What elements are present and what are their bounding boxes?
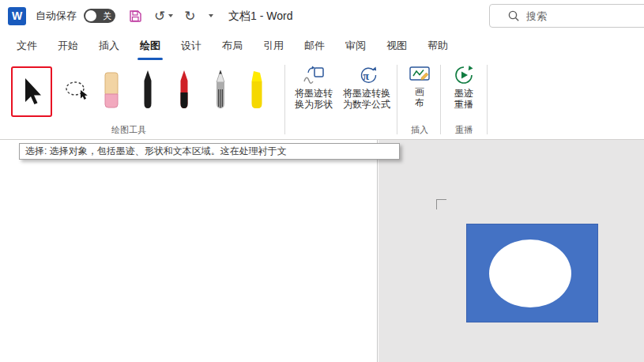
convert-ink-to-math-button[interactable]: π 将墨迹转换 为数学公式: [340, 65, 394, 119]
convert-math-label-line2: 为数学公式: [343, 99, 390, 110]
autosave-label: 自动保存: [36, 9, 77, 23]
search-icon: [507, 9, 520, 22]
redo-button[interactable]: ↻: [184, 9, 195, 23]
convert-shape-icon: [302, 65, 326, 85]
ribbon-tab-bar: 文件 开始 插入 绘图 设计 布局 引用 邮件 审阅 视图 帮助: [0, 32, 644, 60]
tab-review[interactable]: 审阅: [335, 32, 376, 60]
document-area: [0, 140, 644, 362]
canvas-label-line1: 画: [415, 86, 424, 97]
group-label-replay: 重播: [444, 124, 484, 136]
select-tool-tooltip: 选择: 选择对象，包括墨迹、形状和文本区域。这在处理衬于文: [19, 143, 400, 160]
pen-red-icon: [174, 69, 194, 111]
quick-access-chevron-icon[interactable]: [209, 14, 213, 17]
pencil-tool-button[interactable]: [204, 66, 237, 117]
convert-math-icon: π: [355, 65, 378, 85]
eraser-tool-button[interactable]: [95, 66, 128, 117]
corner-crop-mark: [436, 199, 446, 209]
save-icon: [128, 9, 142, 23]
group-label-draw-tools: 绘图工具: [92, 124, 166, 136]
lasso-icon: [64, 80, 89, 104]
rectangle-shape[interactable]: [466, 224, 598, 322]
ink-replay-button[interactable]: 墨迹 重播: [444, 65, 484, 119]
eraser-icon: [101, 69, 122, 111]
tab-references[interactable]: 引用: [253, 32, 294, 60]
document-page[interactable]: [0, 140, 378, 362]
tab-file[interactable]: 文件: [6, 32, 47, 60]
word-window: W 自动保存 关 ↺ ↻ 文档1 - Word 文件 开始: [0, 0, 644, 362]
group-label-insert: 插入: [401, 124, 438, 136]
tab-home[interactable]: 开始: [47, 32, 89, 60]
ink-replay-icon: [454, 65, 474, 85]
ribbon-draw-tab: 将墨迹转 换为形状 π 将墨迹转换 为数学公式 画 布: [0, 60, 644, 140]
pencil-icon: [210, 69, 231, 111]
titlebar: W 自动保存 关 ↺ ↻ 文档1 - Word: [0, 0, 644, 32]
autosave-toggle[interactable]: 关: [84, 9, 115, 23]
convert-shape-label-line2: 换为形状: [295, 99, 333, 110]
save-button[interactable]: [128, 9, 142, 23]
ribbon-group-divider: [440, 65, 441, 134]
pen-red-button[interactable]: [168, 66, 201, 117]
document-title: 文档1 - Word: [228, 0, 292, 32]
ellipse-shape[interactable]: [489, 239, 571, 307]
tab-help[interactable]: 帮助: [417, 32, 458, 60]
highlighter-tool-button[interactable]: [240, 66, 273, 117]
tab-layout[interactable]: 布局: [212, 32, 253, 60]
search-input[interactable]: [526, 10, 629, 22]
tab-view[interactable]: 视图: [376, 32, 417, 60]
convert-math-label-line1: 将墨迹转换: [343, 88, 390, 99]
tab-design[interactable]: 设计: [171, 32, 212, 60]
ink-replay-label-line2: 重播: [454, 99, 473, 110]
select-cursor-icon: [21, 77, 43, 107]
ribbon-group-divider: [284, 65, 285, 134]
convert-shape-label-line1: 将墨迹转: [295, 88, 333, 99]
highlighter-icon: [247, 69, 267, 111]
undo-dropdown-icon[interactable]: [168, 14, 173, 17]
pen-black-icon: [137, 69, 158, 111]
select-tool-button[interactable]: [11, 66, 52, 117]
canvas-icon: [409, 65, 431, 84]
canvas-label-line2: 布: [415, 97, 424, 108]
autosave-state: 关: [103, 11, 111, 21]
ink-replay-label-line1: 墨迹: [454, 88, 473, 99]
drawing-canvas-button[interactable]: 画 布: [401, 65, 438, 119]
tab-mailings[interactable]: 邮件: [294, 32, 335, 60]
tab-insert[interactable]: 插入: [89, 32, 130, 60]
search-box[interactable]: [489, 4, 644, 28]
ribbon-group-divider: [397, 65, 397, 134]
tab-draw[interactable]: 绘图: [130, 32, 171, 60]
ribbon-group-divider: [487, 65, 488, 134]
toggle-knob-icon: [85, 10, 96, 21]
svg-text:π: π: [363, 70, 369, 82]
lasso-select-button[interactable]: [58, 66, 95, 117]
pen-black-button[interactable]: [131, 66, 164, 117]
word-logo-icon[interactable]: W: [8, 7, 26, 25]
convert-ink-to-shape-button[interactable]: 将墨迹转 换为形状: [289, 65, 338, 119]
undo-button[interactable]: ↺: [154, 9, 165, 23]
